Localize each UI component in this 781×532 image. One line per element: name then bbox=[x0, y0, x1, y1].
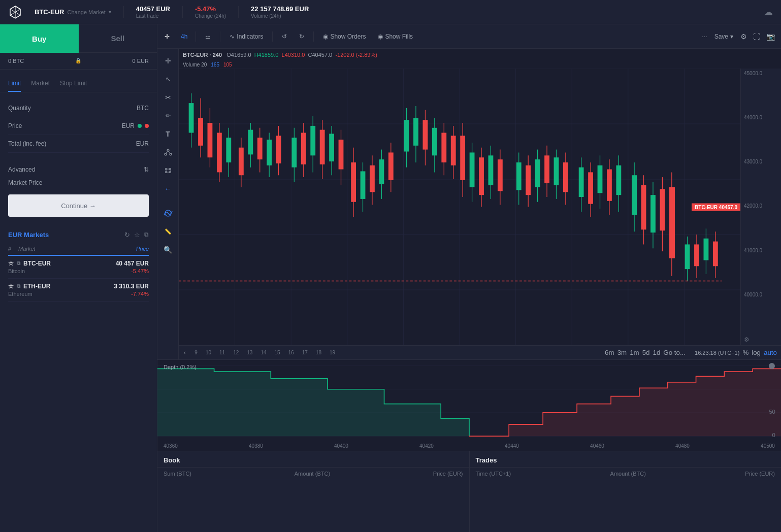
tab-market[interactable]: Market bbox=[31, 76, 50, 92]
vol-val1: 165 bbox=[211, 62, 219, 68]
market-row-btc[interactable]: ☆ ⧉ BTC-EUR 40 457 EUR Bitcoin -5.47% bbox=[8, 256, 149, 279]
tab-stop-limit[interactable]: Stop Limit bbox=[60, 76, 87, 92]
scissors-tool-btn[interactable]: ✂ bbox=[160, 89, 176, 106]
show-fills-label: Show Fills bbox=[385, 33, 413, 40]
main-layout: Buy Sell 0 BTC 🔒 0 EUR Limit Market Stop… bbox=[0, 24, 781, 532]
price-label: Price bbox=[8, 122, 22, 129]
chart-low: L40310.0 bbox=[282, 52, 305, 58]
show-orders-btn[interactable]: ◉ Show Orders bbox=[320, 31, 369, 42]
app-logo[interactable] bbox=[8, 5, 22, 19]
chart-open: O41659.0 bbox=[226, 52, 251, 58]
zoom-tool-btn[interactable]: 🔍 bbox=[160, 242, 176, 258]
show-fills-btn[interactable]: ◉ Show Fills bbox=[375, 31, 416, 42]
sell-tab[interactable]: Sell bbox=[79, 24, 157, 53]
svg-rect-86 bbox=[451, 136, 456, 165]
price-41000: 41000.0 bbox=[744, 248, 778, 253]
undo-btn[interactable]: ↺ bbox=[279, 31, 290, 42]
buy-tab[interactable]: Buy bbox=[0, 24, 79, 53]
fullscreen-btn[interactable]: ⛶ bbox=[751, 30, 762, 43]
save-template-btn[interactable]: ⋯ bbox=[700, 30, 709, 43]
pen-tool-btn[interactable]: ✏ bbox=[160, 108, 176, 124]
depth-x-40460: 40460 bbox=[590, 443, 604, 449]
svg-rect-68 bbox=[361, 171, 366, 198]
nav-1m-btn[interactable]: 1m bbox=[630, 349, 639, 356]
advanced-row[interactable]: Advanced ⇅ bbox=[0, 160, 157, 179]
depth-label: Depth (0.2%) bbox=[164, 364, 197, 370]
tab-limit[interactable]: Limit bbox=[8, 76, 21, 92]
auto-btn[interactable]: auto bbox=[764, 349, 777, 356]
svg-rect-40 bbox=[217, 133, 222, 173]
book-panel: Book Sum (BTC) Amount (BTC) Price (EUR) bbox=[157, 451, 470, 532]
percent-btn[interactable]: % bbox=[742, 349, 749, 356]
order-type-tabs: Limit Market Stop Limit bbox=[0, 70, 157, 92]
redo-btn[interactable]: ↻ bbox=[296, 31, 307, 42]
chart-interval: 240 bbox=[213, 52, 222, 58]
crosshair-draw-btn[interactable]: ✛ bbox=[160, 53, 176, 69]
text-tool-btn[interactable]: T bbox=[160, 126, 176, 142]
indicators-btn[interactable]: ∿ Indicators bbox=[226, 31, 266, 42]
time-17: 17 bbox=[302, 350, 308, 355]
back-arrow-btn[interactable]: ← bbox=[160, 181, 176, 197]
svg-rect-104 bbox=[544, 155, 549, 183]
candle-type-btn[interactable]: ⚍ bbox=[202, 31, 214, 42]
btc-star-icon[interactable]: ☆ bbox=[8, 260, 14, 267]
crosshair-draw-icon: ✛ bbox=[165, 57, 171, 65]
svg-rect-44 bbox=[239, 148, 244, 176]
wave-tool-btn[interactable] bbox=[160, 205, 176, 221]
svg-text:0: 0 bbox=[772, 432, 775, 438]
eth-star-icon[interactable]: ☆ bbox=[8, 283, 14, 290]
main-chart[interactable]: BTC-EUR 40457.0 bbox=[179, 69, 740, 345]
nav-1d-btn[interactable]: 1d bbox=[653, 349, 660, 356]
nav-3m-btn[interactable]: 3m bbox=[617, 349, 627, 356]
trades-col-time: Time (UTC+1) bbox=[476, 471, 511, 477]
nav-goto-btn[interactable]: Go to... bbox=[663, 349, 686, 356]
log-btn[interactable]: log bbox=[752, 349, 761, 356]
chevron-down-icon[interactable]: ▾ bbox=[109, 9, 111, 15]
timeframe-4h-btn[interactable]: 4h bbox=[179, 31, 189, 42]
camera-icon: 📷 bbox=[766, 32, 775, 41]
svg-rect-72 bbox=[379, 159, 384, 184]
ruler-tool-btn[interactable]: 📏 bbox=[160, 223, 176, 240]
svg-rect-132 bbox=[694, 244, 699, 266]
crosshair-tool-btn[interactable]: ✛ bbox=[161, 31, 173, 42]
eur-balance: 0 EUR bbox=[133, 58, 149, 64]
network-tool-btn[interactable] bbox=[160, 144, 176, 160]
cursor-tool-btn[interactable]: ↖ bbox=[160, 71, 176, 87]
trades-cols: Time (UTC+1) Amount (BTC) Price (EUR) bbox=[470, 468, 782, 480]
nav-5d-btn[interactable]: 5d bbox=[642, 349, 650, 356]
nav-6m-btn[interactable]: 6m bbox=[605, 349, 614, 356]
filter-tool-btn[interactable] bbox=[160, 162, 176, 179]
vol-val2: 105 bbox=[223, 62, 232, 68]
save-btn[interactable]: Save ▾ bbox=[711, 31, 736, 42]
screenshot-btn[interactable]: 📷 bbox=[764, 30, 777, 43]
market-price-label: Market Price bbox=[8, 179, 42, 186]
markets-title: EUR Markets bbox=[8, 231, 49, 239]
depth-title: Depth bbox=[164, 364, 178, 370]
settings-btn[interactable]: ⚙ bbox=[738, 30, 749, 43]
quantity-label: Quantity bbox=[8, 105, 31, 112]
svg-rect-126 bbox=[660, 189, 665, 230]
eth-copy-icon: ⧉ bbox=[17, 283, 20, 289]
book-cols: Sum (BTC) Amount (BTC) Price (EUR) bbox=[157, 468, 469, 480]
dot-green-icon bbox=[138, 124, 142, 128]
copy-icon[interactable]: ⧉ bbox=[144, 231, 149, 239]
change-market-btn[interactable]: Change Market bbox=[68, 9, 106, 15]
svg-rect-70 bbox=[370, 165, 375, 192]
sync-icon[interactable]: ↻ bbox=[124, 231, 130, 239]
settings-price-icon[interactable]: ⚙ bbox=[744, 336, 778, 343]
continue-button[interactable]: Continue → bbox=[8, 194, 149, 217]
star-icon[interactable]: ☆ bbox=[134, 231, 140, 239]
svg-rect-58 bbox=[310, 126, 315, 155]
market-row-eth[interactable]: ☆ ⧉ ETH-EUR 3 310.3 EUR Ethereum -7.74% bbox=[8, 279, 149, 302]
svg-rect-128 bbox=[669, 187, 675, 258]
svg-rect-118 bbox=[616, 165, 621, 195]
top-header: BTC-EUR Change Market ▾ 40457 EUR Last t… bbox=[0, 0, 781, 24]
toolbar-divider-3 bbox=[272, 31, 273, 42]
order-form-section: Quantity BTC Price EUR Total (inc. fee) … bbox=[0, 92, 157, 160]
market-row-btc-bottom: Bitcoin -5.47% bbox=[8, 268, 149, 274]
svg-rect-66 bbox=[351, 162, 356, 202]
svg-rect-114 bbox=[598, 165, 603, 193]
depth-percentage: (0.2%) bbox=[180, 364, 196, 370]
expand-left-btn[interactable]: ‹ bbox=[183, 349, 186, 356]
last-trade-value: 40457 EUR bbox=[136, 5, 170, 13]
